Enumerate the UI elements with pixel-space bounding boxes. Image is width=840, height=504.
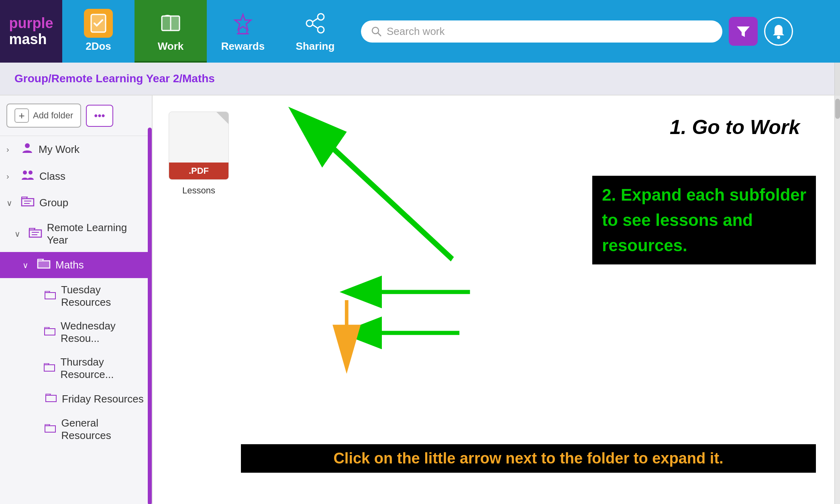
nav-item-work[interactable]: Work <box>135 0 207 63</box>
notification-button[interactable] <box>764 17 793 46</box>
svg-line-9 <box>313 18 318 22</box>
friday-folder-icon <box>45 392 57 406</box>
search-icon <box>371 26 382 37</box>
svg-line-12 <box>378 33 381 36</box>
sidebar-item-general-resources[interactable]: › General Resources <box>0 411 152 447</box>
add-folder-button[interactable]: + Add folder <box>6 104 81 128</box>
sidebar-item-remote-learning[interactable]: ∨ Remote Learning Year <box>0 216 152 252</box>
nav-item-sharing[interactable]: Sharing <box>279 0 351 63</box>
sidebar: + Add folder ••• › My Work › Class <box>0 96 153 504</box>
remote-learning-label: Remote Learning Year <box>47 222 145 246</box>
sidebar-toolbar: + Add folder ••• <box>0 96 152 136</box>
sidebar-item-maths[interactable]: ∨ Maths <box>0 252 152 278</box>
logo-line2: mash <box>9 31 53 47</box>
sidebar-item-thursday-resources[interactable]: › Thursday Resource... <box>0 350 152 386</box>
sharing-icon <box>301 9 330 38</box>
file-area: .PDF Lessons <box>153 96 840 212</box>
search-area: Search work <box>351 0 840 63</box>
sidebar-item-group[interactable]: ∨ Group <box>0 190 152 216</box>
sidebar-item-tuesday-resources[interactable]: › Tuesday Resources <box>0 278 152 314</box>
plus-icon: + <box>14 108 29 123</box>
maths-folder-icon <box>37 258 51 272</box>
class-label: Class <box>39 170 65 183</box>
svg-point-6 <box>318 14 324 20</box>
svg-point-8 <box>318 26 324 33</box>
rewards-icon <box>228 9 257 38</box>
filter-icon <box>735 23 751 39</box>
chevron-remote-learning: ∨ <box>14 229 24 239</box>
sidebar-item-wednesday-resources[interactable]: › Wednesday Resou... <box>0 314 152 350</box>
2dos-icon <box>84 9 113 38</box>
thursday-resources-label: Thursday Resource... <box>60 356 145 381</box>
more-label: ••• <box>94 110 105 122</box>
svg-line-10 <box>313 25 318 28</box>
wednesday-resources-label: Wednesday Resou... <box>61 320 145 345</box>
sidebar-item-friday-resources[interactable]: › Friday Resources <box>0 386 152 411</box>
pdf-badge: .PDF <box>169 163 228 179</box>
nav-item-rewards[interactable]: Rewards <box>207 0 279 63</box>
my-work-label: My Work <box>39 143 80 156</box>
nav-label-work: Work <box>158 40 184 53</box>
svg-point-11 <box>372 27 379 34</box>
tuesday-folder-icon <box>44 289 56 303</box>
sidebar-item-class[interactable]: › Class <box>0 163 152 190</box>
nav-item-2dos[interactable]: 2Dos <box>62 0 135 63</box>
svg-point-17 <box>29 171 33 175</box>
person-icon <box>21 142 34 157</box>
pdf-thumbnail: .PDF <box>169 112 229 180</box>
top-navigation: purple mash 2Dos <box>0 0 840 63</box>
chevron-my-work: › <box>6 145 16 154</box>
nav-label-sharing: Sharing <box>296 40 335 53</box>
step3-label: Click on the little arrow next to the fo… <box>241 444 816 473</box>
friday-resources-label: Friday Resources <box>62 393 144 405</box>
bell-icon <box>771 23 787 39</box>
general-resources-label: General Resources <box>61 417 145 442</box>
maths-label: Maths <box>55 259 84 271</box>
wednesday-folder-icon <box>44 325 56 339</box>
class-icon <box>21 169 35 184</box>
file-item-lessons[interactable]: .PDF Lessons <box>169 112 229 196</box>
breadcrumb-text: Group/Remote Learning Year 2/Maths <box>14 72 215 85</box>
main-panel: .PDF Lessons <box>153 96 840 504</box>
add-folder-label: Add folder <box>33 110 73 121</box>
nav-label-rewards: Rewards <box>221 40 265 53</box>
work-icon <box>156 9 185 38</box>
tuesday-resources-label: Tuesday Resources <box>61 284 145 309</box>
chevron-maths: ∨ <box>22 260 32 270</box>
filter-button[interactable] <box>729 17 758 46</box>
right-scrollbar[interactable] <box>834 96 840 504</box>
scrollbar-thumb <box>835 99 840 119</box>
nav-items: 2Dos Work <box>62 0 840 63</box>
logo[interactable]: purple mash <box>0 0 62 63</box>
chevron-group: ∨ <box>6 198 16 208</box>
group-folder-icon <box>21 195 35 210</box>
step2-line3: resources. <box>602 233 806 258</box>
breadcrumb: Group/Remote Learning Year 2/Maths <box>0 63 840 96</box>
more-options-button[interactable]: ••• <box>86 105 113 127</box>
sidebar-item-my-work[interactable]: › My Work <box>0 136 152 163</box>
general-folder-icon <box>44 423 56 436</box>
file-name: Lessons <box>182 185 215 196</box>
search-placeholder: Search work <box>387 25 445 38</box>
main-content: + Add folder ••• › My Work › Class <box>0 96 840 504</box>
sidebar-scrollbar <box>148 128 152 504</box>
search-box[interactable]: Search work <box>361 20 722 43</box>
svg-point-14 <box>777 36 780 39</box>
thursday-folder-icon <box>43 362 55 375</box>
svg-point-16 <box>23 171 27 175</box>
remote-learning-folder-icon <box>29 227 42 242</box>
svg-point-15 <box>25 143 30 148</box>
svg-point-7 <box>306 20 313 26</box>
chevron-class: › <box>6 172 16 181</box>
group-label: Group <box>39 197 68 209</box>
svg-marker-13 <box>737 26 750 37</box>
logo-line1: purple <box>9 15 53 31</box>
nav-label-2dos: 2Dos <box>86 40 111 53</box>
